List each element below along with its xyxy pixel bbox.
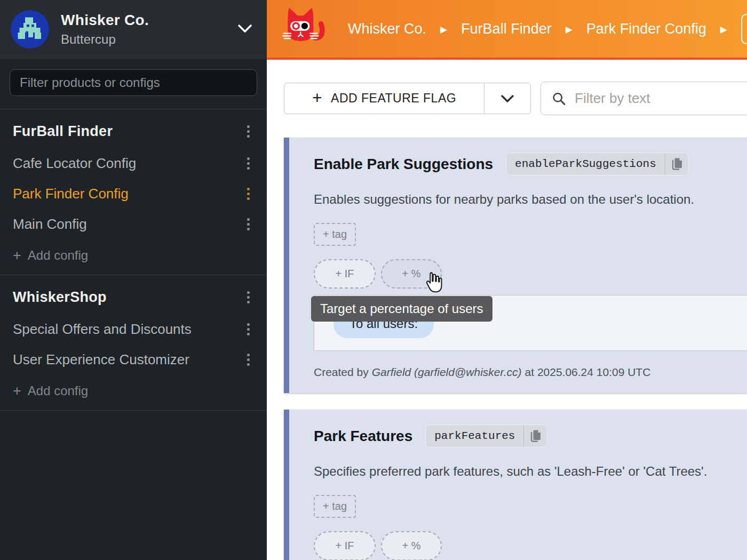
add-tag-button[interactable]: + tag xyxy=(314,495,356,518)
add-feature-flag-caret[interactable] xyxy=(484,83,530,114)
add-if-rule-button[interactable]: + IF xyxy=(314,531,376,560)
cat-logo-icon xyxy=(281,4,327,53)
copy-key-button[interactable] xyxy=(665,154,688,174)
created-by-line: Created by Garfield (garfield@whisker.cc… xyxy=(314,366,650,379)
breadcrumb-product[interactable]: FurBall Finder xyxy=(461,21,552,37)
add-percentage-rule-button[interactable]: + % xyxy=(381,531,442,560)
kebab-menu-icon[interactable] xyxy=(245,186,252,202)
chevron-down-icon xyxy=(500,94,514,103)
copy-key-button[interactable] xyxy=(524,426,547,446)
feature-flag-card-enable-park-suggestions: Enable Park Suggestions enableParkSugges… xyxy=(284,138,747,393)
flag-search-box xyxy=(541,82,747,115)
top-bar: Whisker Co. ▶ FurBall Finder ▶ Park Find… xyxy=(267,0,747,60)
org-header[interactable]: Whisker Co. Buttercup xyxy=(0,0,267,59)
breadcrumb-arrow-icon: ▶ xyxy=(440,24,447,35)
product-name[interactable]: WhiskerShop xyxy=(13,289,107,306)
sidebar-item-park-finder-config[interactable]: Park Finder Config xyxy=(0,179,267,209)
add-config-button[interactable]: + Add config xyxy=(0,375,267,402)
product-section-furball-finder: FurBall Finder Cafe Locator Config Park … xyxy=(0,109,267,275)
pixel-robot-icon xyxy=(11,10,49,49)
kebab-menu-icon[interactable] xyxy=(245,351,252,368)
breadcrumb-org[interactable]: Whisker Co. xyxy=(348,21,426,37)
product-section-whiskershop: WhiskerShop Special Offers and Discounts… xyxy=(0,275,267,411)
breadcrumb: Whisker Co. ▶ FurBall Finder ▶ Park Find… xyxy=(348,21,727,37)
add-feature-flag-label: ADD FEATURE FLAG xyxy=(331,91,456,106)
created-author: Garfield (garfield@whisker.cc) xyxy=(372,366,522,379)
org-environment: Buttercup xyxy=(61,32,149,47)
flag-key: parkFeatures xyxy=(426,425,523,447)
mouse-cursor-icon xyxy=(422,270,446,297)
flag-key-chip[interactable]: enableParkSuggestions xyxy=(506,153,689,175)
plus-icon: + xyxy=(13,386,21,396)
add-config-label: Add config xyxy=(28,248,88,263)
sidebar-item-cafe-locator-config[interactable]: Cafe Locator Config xyxy=(0,148,267,179)
kebab-menu-icon[interactable] xyxy=(245,321,252,338)
kebab-menu-icon[interactable] xyxy=(245,289,252,306)
product-name[interactable]: FurBall Finder xyxy=(13,123,113,140)
kebab-menu-icon[interactable] xyxy=(245,216,252,233)
flag-description: Specifies preferred park features, such … xyxy=(314,464,707,479)
breadcrumb-arrow-icon: ▶ xyxy=(566,24,573,35)
add-if-rule-button[interactable]: + IF xyxy=(314,259,376,289)
config-label: Cafe Locator Config xyxy=(13,155,136,172)
config-label: Main Config xyxy=(13,216,87,233)
add-tag-button[interactable]: + tag xyxy=(314,223,356,246)
add-feature-flag-button[interactable]: + ADD FEATURE FLAG xyxy=(284,83,531,114)
sidebar-filter xyxy=(0,59,267,109)
config-label: User Experience Customizer xyxy=(13,351,189,368)
kebab-menu-icon[interactable] xyxy=(245,123,252,140)
plus-icon: + xyxy=(312,88,322,108)
percentage-tooltip: Target a percentage of users xyxy=(311,296,492,322)
sidebar-item-main-config[interactable]: Main Config xyxy=(0,209,267,239)
feature-flag-card-park-features: Park Features parkFeatures Specifies pre… xyxy=(284,410,747,560)
flag-description: Enables suggestions for nearby parks bas… xyxy=(314,192,694,207)
org-name: Whisker Co. xyxy=(61,12,149,29)
breadcrumb-arrow-icon: ▶ xyxy=(720,24,727,35)
environment-button-partial[interactable] xyxy=(741,14,747,44)
add-config-label: Add config xyxy=(28,383,88,398)
flag-search-input[interactable] xyxy=(575,90,747,107)
plus-icon: + xyxy=(13,250,21,261)
add-config-button[interactable]: + Add config xyxy=(0,239,267,266)
search-icon xyxy=(552,91,566,107)
copy-icon xyxy=(671,157,683,171)
flag-key: enableParkSuggestions xyxy=(506,153,665,175)
flag-title: Park Features xyxy=(314,428,412,445)
sidebar-item-special-offers[interactable]: Special Offers and Discounts xyxy=(0,314,267,345)
copy-icon xyxy=(529,429,542,443)
chevron-down-icon[interactable] xyxy=(237,23,253,34)
created-prefix: Created by xyxy=(314,366,369,379)
sidebar-item-user-experience-customizer[interactable]: User Experience Customizer xyxy=(0,345,267,375)
flag-key-chip[interactable]: parkFeatures xyxy=(425,425,547,447)
org-avatar xyxy=(11,10,49,49)
config-label: Special Offers and Discounts xyxy=(13,321,192,338)
kebab-menu-icon[interactable] xyxy=(245,155,252,172)
breadcrumb-config[interactable]: Park Finder Config xyxy=(586,21,706,37)
flag-title: Enable Park Suggestions xyxy=(314,156,493,173)
sidebar-filter-input[interactable] xyxy=(10,69,257,96)
config-label: Park Finder Config xyxy=(13,186,129,202)
sidebar: Whisker Co. Buttercup FurBall Finder Caf… xyxy=(0,0,267,560)
created-timestamp: at 2025.06.24 10:09 UTC xyxy=(525,366,651,379)
